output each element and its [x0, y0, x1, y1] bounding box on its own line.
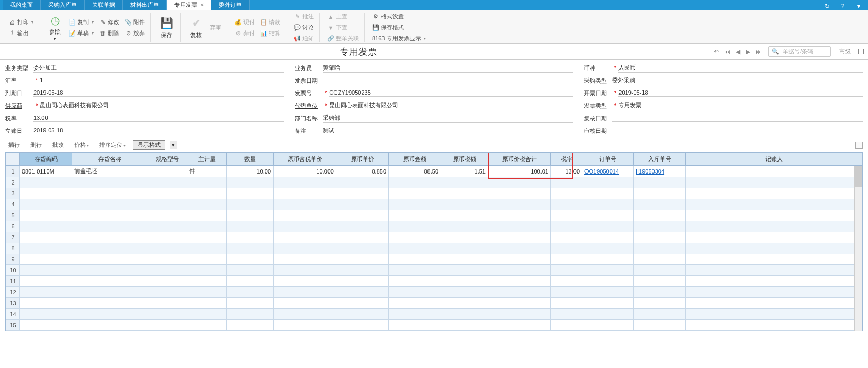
tab-material-out[interactable]: 材料出库单 — [123, 0, 167, 10]
alllink-button[interactable]: 🔗整单关联 — [325, 33, 361, 43]
val-invtype[interactable]: 专用发票 — [618, 101, 863, 110]
val-review[interactable] — [612, 114, 863, 122]
display-format-dropdown[interactable]: ▾ — [170, 141, 177, 150]
recheck-button[interactable]: ✔ 复核 — [186, 13, 207, 42]
val-audit[interactable] — [612, 127, 863, 134]
delete-row-button[interactable]: 删行 — [27, 140, 45, 150]
abandon-button[interactable]: 弃审 — [208, 22, 223, 32]
val-dept[interactable]: 采购部 — [323, 114, 573, 123]
col-inctax[interactable]: 原币含税单价 — [274, 153, 336, 166]
col-total[interactable]: 原币价税合计 — [488, 153, 551, 166]
reference-button[interactable]: ◷ 参照▾ — [44, 13, 65, 42]
draft-button[interactable]: 📝草稿 — [66, 28, 96, 38]
credit-button[interactable]: 📋请款 — [258, 17, 283, 27]
col-order[interactable]: 订单号 — [582, 153, 634, 166]
table-row[interactable]: 3 — [6, 188, 862, 199]
save-button[interactable]: 💾 保存 — [156, 13, 177, 42]
down-button[interactable]: ▼下查 — [325, 22, 361, 32]
tab-purchase-in[interactable]: 采购入库单 — [41, 0, 85, 10]
discuss-button[interactable]: 💬讨论 — [291, 22, 316, 32]
val-biztype[interactable]: 委外加工 — [33, 64, 284, 73]
insert-row-button[interactable]: 插行 — [5, 140, 23, 150]
settle-button[interactable]: 📊结算 — [258, 28, 283, 38]
advanced-link[interactable]: 高级 — [838, 48, 852, 55]
val-due[interactable]: 2019-05-18 — [33, 89, 284, 97]
val-issue[interactable]: 2019-05-18 — [618, 89, 863, 97]
col-name[interactable]: 存货名称 — [72, 153, 148, 166]
cash-button[interactable]: 💰现付 — [232, 17, 257, 27]
table-row[interactable]: 10 — [6, 265, 862, 276]
val-tax[interactable]: 13.00 — [33, 114, 284, 122]
val-invdate[interactable] — [323, 77, 573, 84]
last-icon[interactable]: ⏭ — [754, 48, 763, 55]
col-price[interactable]: 原币单价 — [336, 153, 389, 166]
table-row[interactable]: 11 — [6, 276, 862, 287]
export-button[interactable]: ⤴输出 — [6, 28, 36, 38]
col-taxrate[interactable]: 税率 — [551, 153, 582, 166]
table-row[interactable]: 12 — [6, 287, 862, 298]
display-format-button[interactable]: 显示格式 — [133, 140, 165, 150]
data-grid[interactable]: 存货编码 存货名称 规格型号 主计量 数量 原币含税单价 原币单价 原币金额 原… — [6, 153, 862, 331]
undo-icon[interactable]: ↶ — [713, 48, 720, 55]
val-sales[interactable]: 黄肇晗 — [323, 64, 573, 73]
val-post[interactable]: 2019-05-18 — [33, 127, 284, 134]
modify-button[interactable]: ✎修改 — [97, 17, 121, 27]
maximize-icon[interactable] — [858, 49, 864, 54]
abandon2-button[interactable]: ⊗弃付 — [232, 28, 257, 38]
showfmt-button[interactable]: 8163 专用发票显示 — [370, 33, 428, 43]
close-icon[interactable]: × — [200, 2, 204, 8]
val-invno[interactable]: CGZY19050235 — [329, 89, 573, 97]
val-supplier[interactable]: 昆山同心表面科技有限公司 — [40, 101, 284, 110]
col-qty[interactable]: 数量 — [227, 153, 274, 166]
menu-icon[interactable]: ▾ — [854, 2, 863, 10]
batch-edit-button[interactable]: 批改 — [49, 140, 67, 150]
table-row[interactable]: 5 — [6, 210, 862, 221]
val-buytype[interactable]: 委外采购 — [612, 76, 863, 85]
tab-outsource-order[interactable]: 委外订单 — [211, 0, 250, 10]
val-remark[interactable]: 测试 — [323, 126, 573, 135]
attach-button[interactable]: 📎附件 — [122, 17, 147, 27]
next-icon[interactable]: ▶ — [745, 48, 751, 55]
delete-button[interactable]: 🗑删除 — [97, 28, 121, 38]
col-code[interactable]: 存货编码 — [20, 153, 72, 166]
table-row[interactable]: 9 — [6, 254, 862, 265]
col-uom[interactable]: 主计量 — [187, 153, 227, 166]
table-row[interactable]: 6 — [6, 221, 862, 232]
grid-expand-icon[interactable] — [855, 142, 863, 149]
approve-button[interactable]: ✎批注 — [291, 12, 316, 21]
table-row[interactable]: 7 — [6, 232, 862, 243]
table-row[interactable]: 2 — [6, 177, 862, 188]
refresh-icon[interactable]: ↻ — [823, 2, 831, 10]
val-padunit[interactable]: 昆山同心表面科技有限公司 — [329, 101, 573, 110]
col-booker[interactable]: 记账人 — [686, 153, 862, 166]
fmtsave-button[interactable]: 💾保存格式 — [370, 22, 428, 32]
price-button[interactable]: 价格 — [71, 140, 92, 150]
prev-icon[interactable]: ◀ — [735, 48, 741, 55]
table-row[interactable]: 4 — [6, 199, 862, 210]
val-curr[interactable]: 人民币 — [618, 64, 863, 73]
search-input[interactable]: 🔍单据号/条码 — [768, 46, 831, 57]
up-button[interactable]: ▲上查 — [325, 12, 361, 21]
first-icon[interactable]: ⏮ — [723, 48, 731, 55]
table-row[interactable]: 10801-0110M前盖毛坯件10.0010.0008.85088.501.5… — [6, 166, 862, 177]
fmtset-button[interactable]: ⚙格式设置 — [370, 12, 428, 21]
vertical-scrollbar[interactable] — [854, 166, 862, 331]
print-button[interactable]: 🖨打印 — [6, 17, 36, 27]
col-spec[interactable]: 规格型号 — [148, 153, 187, 166]
discard-button[interactable]: ⊘放弃 — [122, 28, 147, 38]
table-row[interactable]: 14 — [6, 309, 862, 320]
help-icon[interactable]: ? — [839, 2, 847, 10]
tab-related[interactable]: 关联单据 — [85, 0, 123, 10]
tab-desktop[interactable]: 我的桌面 — [3, 0, 41, 10]
copy-button[interactable]: 📄复制 — [66, 17, 96, 27]
sort-button[interactable]: 排序定位 — [96, 140, 129, 150]
table-row[interactable]: 13 — [6, 298, 862, 309]
val-rate[interactable]: 1 — [40, 77, 284, 84]
tab-special-invoice[interactable]: 专用发票× — [167, 0, 211, 10]
table-row[interactable]: 15 — [6, 320, 862, 331]
col-inbound[interactable]: 入库单号 — [634, 153, 686, 166]
col-rownum[interactable] — [6, 153, 20, 166]
col-amt[interactable]: 原币金额 — [389, 153, 441, 166]
notify-button[interactable]: 📢通知 — [291, 33, 316, 43]
col-taxamt[interactable]: 原币税额 — [441, 153, 488, 166]
